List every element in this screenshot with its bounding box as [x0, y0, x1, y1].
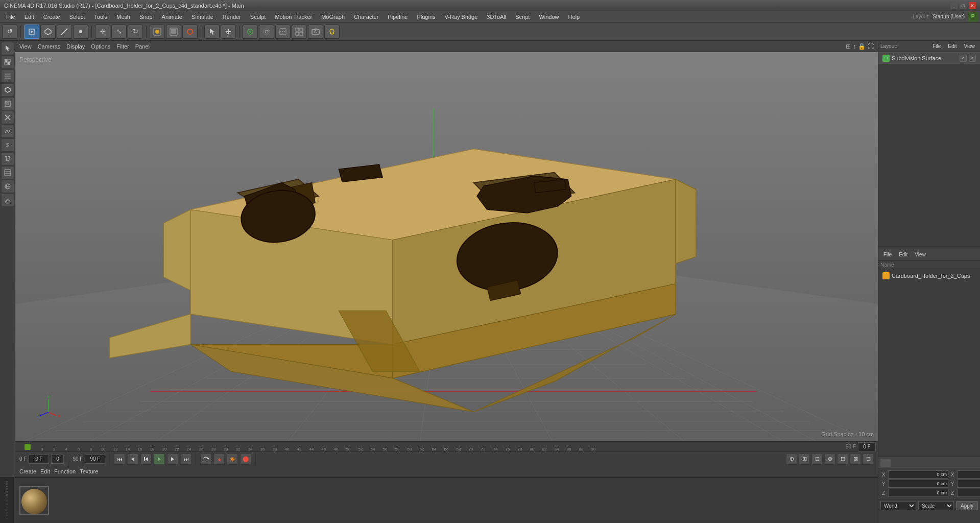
sidebar-magnet[interactable] [1, 152, 14, 165]
menu-sculpt[interactable]: Sculpt [246, 13, 270, 21]
coord-z2-input[interactable] [957, 489, 980, 497]
vp-menu-options[interactable]: Options [91, 43, 110, 50]
coord-y2-input[interactable] [957, 480, 980, 488]
edit-menu-right[interactable]: Edit [945, 42, 960, 50]
menu-character[interactable]: Character [350, 13, 383, 21]
timeline-bar[interactable]: 0 2 4 6 8 10 12 14 16 18 20 22 24 26 [15, 441, 878, 451]
sidebar-material[interactable] [1, 166, 14, 179]
menu-simulate[interactable]: Simulate [187, 13, 218, 21]
coord-z-input[interactable] [888, 489, 948, 497]
obj-menu-view[interactable]: View [912, 251, 929, 258]
sidebar-checker[interactable] [1, 56, 14, 69]
anim-record-key[interactable]: ⬤ [240, 454, 251, 465]
anim-record-auto[interactable]: ◉ [227, 454, 238, 465]
scale-tool-button[interactable]: ⤡ [111, 25, 127, 39]
menu-3dtoall[interactable]: 3DToAll [483, 13, 510, 21]
coord-x-input[interactable] [888, 470, 948, 479]
menu-snap[interactable]: Snap [135, 13, 157, 21]
menu-select[interactable]: Select [65, 13, 89, 21]
anim-goto-start[interactable]: ⏮ [114, 454, 125, 465]
menu-mesh[interactable]: Mesh [112, 13, 134, 21]
vp-menu-display[interactable]: Display [66, 43, 85, 50]
sidebar-deform[interactable] [1, 194, 14, 207]
anim-icon-7[interactable]: ⊡ [863, 454, 874, 465]
vp-menu-cameras[interactable]: Cameras [38, 43, 61, 50]
menu-motiontacker[interactable]: Motion Tracker [271, 13, 316, 21]
menu-create[interactable]: Create [39, 13, 64, 21]
coord-y-input[interactable] [888, 480, 948, 488]
step-input[interactable] [51, 455, 64, 464]
render-view-button[interactable] [166, 25, 181, 39]
object-item-cardboard[interactable]: Cardboard_Holder_for_2_Cups [880, 271, 978, 280]
menu-help[interactable]: Help [564, 13, 584, 21]
move-tool-button[interactable]: ✛ [95, 25, 110, 39]
vp-menu-filter[interactable]: Filter [116, 43, 129, 50]
subdiv-check1[interactable]: ✓ [960, 55, 967, 62]
sidebar-world[interactable] [1, 180, 14, 193]
anim-icon-3[interactable]: ⊡ [811, 454, 823, 465]
sidebar-polygon[interactable] [1, 97, 14, 110]
mat-menu-function[interactable]: Function [54, 468, 76, 474]
camera-tool[interactable] [308, 25, 323, 39]
vp-icon-fullscreen[interactable]: ⛶ [868, 43, 874, 50]
anim-icon-2[interactable]: ⊞ [799, 454, 810, 465]
menu-file[interactable]: File [2, 13, 19, 21]
world-select[interactable]: World [880, 501, 916, 510]
anim-icon-5[interactable]: ⊟ [837, 454, 848, 465]
timeline-start-marker[interactable] [25, 444, 31, 450]
anim-end-input[interactable] [85, 455, 105, 464]
file-menu-right[interactable]: File [929, 42, 944, 50]
light-tool[interactable] [324, 25, 340, 39]
vp-menu-panel[interactable]: Panel [135, 43, 150, 50]
select-button[interactable] [204, 25, 220, 39]
vp-icon-zoom[interactable]: ↕ [853, 43, 856, 50]
menu-edit[interactable]: Edit [20, 13, 38, 21]
python-icon[interactable]: P [968, 12, 978, 22]
menu-tools[interactable]: Tools [90, 13, 111, 21]
menu-pipeline[interactable]: Pipeline [384, 13, 412, 21]
model-mode-button[interactable] [24, 25, 39, 39]
sidebar-layers[interactable] [1, 69, 14, 83]
anim-record-active[interactable]: ● [213, 454, 225, 465]
grid-toggle[interactable] [292, 25, 307, 39]
sidebar-object[interactable] [1, 83, 14, 97]
material-thumb-cardboard[interactable]: Cardbou [19, 486, 49, 515]
scale-select[interactable]: Scale [918, 501, 954, 510]
obj-menu-edit[interactable]: Edit [896, 251, 911, 258]
polygon-mode-button[interactable] [40, 25, 56, 39]
view-menu-right[interactable]: View [961, 42, 978, 50]
anim-loop[interactable] [200, 454, 211, 465]
coord-x2-input[interactable] [957, 470, 980, 479]
anim-icon-6[interactable]: ⊠ [850, 454, 861, 465]
brush-tool2[interactable] [259, 25, 274, 39]
render-button[interactable] [150, 25, 165, 39]
snap-tool[interactable] [275, 25, 291, 39]
menu-render[interactable]: Render [219, 13, 245, 21]
sidebar-dollar[interactable]: $ [1, 138, 14, 152]
anim-step-backward[interactable] [127, 454, 138, 465]
menu-animate[interactable]: Animate [158, 13, 186, 21]
frame-current-input[interactable] [29, 455, 49, 464]
sidebar-tool1[interactable] [1, 111, 14, 124]
menu-window[interactable]: Window [535, 13, 563, 21]
menu-plugins[interactable]: Plugins [413, 13, 439, 21]
sidebar-spline[interactable] [1, 125, 14, 138]
minimize-button[interactable]: _ [950, 2, 958, 9]
apply-button[interactable]: Apply [956, 501, 978, 510]
edge-mode-button[interactable] [57, 25, 72, 39]
move-button[interactable] [221, 25, 236, 39]
vp-icon-expand[interactable]: ⊞ [846, 43, 851, 50]
rotate-tool-button[interactable]: ↻ [128, 25, 143, 39]
vp-menu-view[interactable]: View [19, 43, 32, 50]
close-button[interactable]: ✕ [969, 2, 976, 9]
menu-vraybridge[interactable]: V-Ray Bridge [441, 13, 482, 21]
anim-step-forward[interactable] [167, 454, 178, 465]
subdiv-check2[interactable]: ✓ [969, 55, 976, 62]
vp-icon-lock[interactable]: 🔒 [858, 43, 866, 50]
anim-play-backward[interactable] [140, 454, 152, 465]
point-mode-button[interactable] [73, 25, 88, 39]
mat-menu-create[interactable]: Create [19, 468, 36, 474]
menu-mograph[interactable]: MoGraph [317, 13, 349, 21]
anim-icon-1[interactable]: ⊕ [786, 454, 797, 465]
frame-end-input[interactable] [858, 442, 876, 451]
